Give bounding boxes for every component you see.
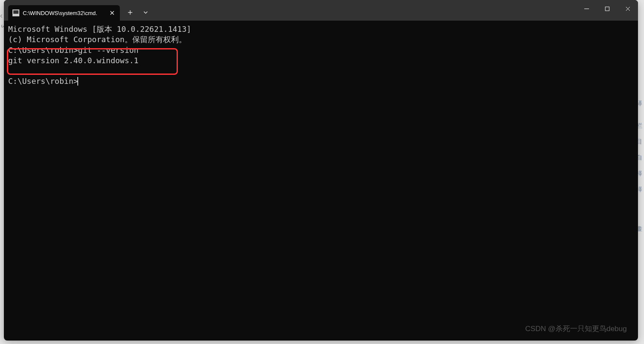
maximize-icon	[605, 6, 610, 11]
new-tab-button[interactable]	[122, 5, 138, 20]
terminal-line-command1: C:\Users\robin>git --version	[8, 45, 634, 55]
terminal-body[interactable]: Microsoft Windows [版本 10.0.22621.1413] (…	[4, 21, 638, 90]
close-icon	[626, 6, 630, 11]
cmd-icon	[12, 9, 19, 16]
terminal-line-blank2	[8, 66, 634, 76]
minimize-button[interactable]	[576, 0, 597, 17]
window-titlebar[interactable]: C:\WINDOWS\system32\cmd.	[4, 0, 638, 21]
svg-rect-5	[605, 7, 609, 11]
terminal-line-output1: git version 2.40.0.windows.1	[8, 55, 634, 66]
tab-dropdown-button[interactable]	[138, 5, 153, 20]
maximize-button[interactable]	[597, 0, 617, 17]
minimize-icon	[584, 6, 589, 11]
terminal-window: C:\WINDOWS\system32\cmd.	[4, 0, 638, 341]
cursor	[77, 77, 78, 86]
tab-cmd[interactable]: C:\WINDOWS\system32\cmd.	[8, 5, 120, 21]
plus-icon	[128, 10, 133, 15]
browser-back-arrow[interactable]: ‹	[0, 11, 3, 20]
close-window-button[interactable]	[617, 0, 638, 17]
tab-title: C:\WINDOWS\system32\cmd.	[23, 10, 105, 16]
terminal-line-header2: (c) Microsoft Corporation。保留所有权利。	[8, 34, 634, 45]
terminal-line-prompt: C:\Users\robin>	[8, 76, 634, 86]
close-icon	[110, 11, 114, 15]
chevron-down-icon	[143, 11, 148, 14]
watermark-text: CSDN @杀死一只知更鸟debug	[525, 324, 627, 334]
window-controls	[576, 0, 638, 17]
tab-area: C:\WINDOWS\system32\cmd.	[4, 0, 153, 21]
terminal-line-header1: Microsoft Windows [版本 10.0.22621.1413]	[8, 24, 634, 34]
close-tab-button[interactable]	[109, 9, 116, 16]
